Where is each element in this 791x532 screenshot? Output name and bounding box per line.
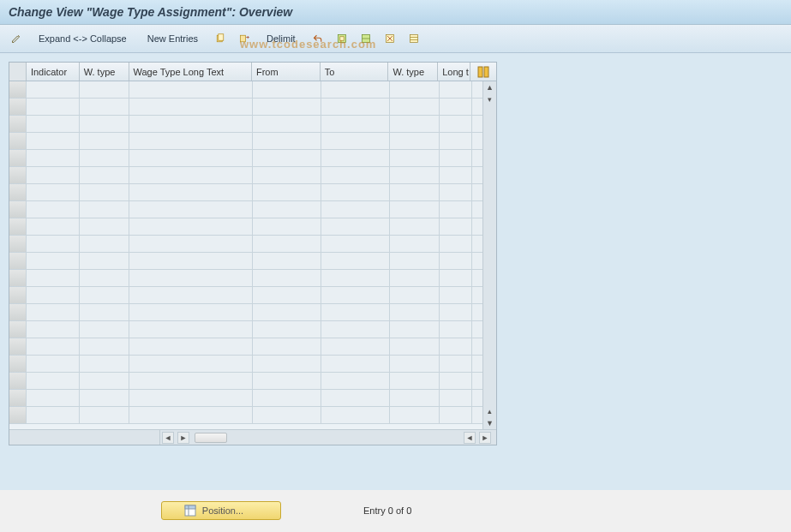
scroll-left-arrow-icon[interactable]: ◄ xyxy=(162,432,174,444)
row-selector[interactable] xyxy=(9,304,27,320)
select-all-handle[interactable] xyxy=(9,63,27,81)
footer: Position... Entry 0 of 0 xyxy=(0,501,791,520)
table-row xyxy=(9,99,496,116)
svg-rect-1 xyxy=(219,34,224,41)
table-row xyxy=(9,356,496,373)
page-title: Change View "Wage Type Assignment": Over… xyxy=(9,5,782,19)
toolbar: Expand <-> Collapse New Entries Delimit xyxy=(0,25,791,53)
delimit-button[interactable]: Delimit xyxy=(259,29,303,48)
row-selector[interactable] xyxy=(9,167,27,183)
row-selector[interactable] xyxy=(9,390,27,406)
row-selector[interactable] xyxy=(9,338,27,355)
position-button-label: Position... xyxy=(202,505,243,516)
table-row xyxy=(9,81,496,99)
position-icon xyxy=(183,504,197,517)
row-selector[interactable] xyxy=(9,236,27,252)
toggle-display-change-icon[interactable] xyxy=(7,29,26,48)
table-body xyxy=(9,81,496,445)
table-row xyxy=(9,407,496,424)
row-selector[interactable] xyxy=(9,356,27,372)
select-all-icon[interactable] xyxy=(333,29,351,48)
new-entries-button[interactable]: New Entries xyxy=(140,29,206,48)
table-row xyxy=(9,373,496,390)
svg-rect-13 xyxy=(478,67,482,77)
col-long2[interactable]: Long t xyxy=(438,63,470,81)
row-selector[interactable] xyxy=(9,150,27,166)
scroll-left-end-icon[interactable]: ◄ xyxy=(464,432,476,444)
table-row xyxy=(9,150,496,167)
col-wtype2[interactable]: W. type xyxy=(388,63,438,81)
col-indicator[interactable]: Indicator xyxy=(27,63,80,81)
copy-icon[interactable] xyxy=(211,29,230,48)
table-row xyxy=(9,218,496,236)
table-header-row: Indicator W. type Wage Type Long Text Fr… xyxy=(9,63,496,81)
entry-status: Entry 0 of 0 xyxy=(363,505,411,516)
row-selector[interactable] xyxy=(9,218,27,235)
table-row xyxy=(9,338,496,356)
table-row xyxy=(9,236,496,253)
row-selector[interactable] xyxy=(9,184,27,200)
row-selector[interactable] xyxy=(9,321,27,338)
row-selector[interactable] xyxy=(9,99,27,115)
row-selector[interactable] xyxy=(9,133,27,149)
table-row xyxy=(9,270,496,287)
scroll-right-arrow-icon[interactable]: ► xyxy=(177,432,189,444)
table-row xyxy=(9,304,496,321)
table-row xyxy=(9,184,496,201)
scroll-down-arrow-icon[interactable]: ▼ xyxy=(483,417,496,429)
svg-rect-10 xyxy=(410,35,417,43)
deselect-all-icon[interactable] xyxy=(381,29,399,48)
vertical-scrollbar[interactable]: ▲ ▾ ▴ ▼ xyxy=(482,81,496,429)
expand-collapse-button[interactable]: Expand <-> Collapse xyxy=(31,29,135,48)
svg-rect-14 xyxy=(484,67,488,77)
horizontal-scrollbar[interactable]: ◄ ► ◄ ► xyxy=(9,429,496,445)
undo-icon[interactable] xyxy=(309,29,327,48)
select-block-icon[interactable] xyxy=(357,29,375,48)
table-row xyxy=(9,253,496,270)
col-longtext[interactable]: Wage Type Long Text xyxy=(129,63,252,81)
row-selector[interactable] xyxy=(9,253,27,269)
title-bar: Change View "Wage Type Assignment": Over… xyxy=(0,0,791,25)
row-selector[interactable] xyxy=(9,270,27,286)
position-button[interactable]: Position... xyxy=(161,501,281,520)
svg-rect-4 xyxy=(339,37,344,41)
table-row xyxy=(9,287,496,304)
table-row xyxy=(9,390,496,407)
table-row xyxy=(9,167,496,184)
table-row xyxy=(9,116,496,133)
row-selector[interactable] xyxy=(9,201,27,218)
row-selector[interactable] xyxy=(9,81,27,98)
row-selector[interactable] xyxy=(9,373,27,389)
scroll-up-arrow-icon[interactable]: ▲ xyxy=(483,81,496,93)
table-config-icon[interactable] xyxy=(470,63,496,81)
data-table: Indicator W. type Wage Type Long Text Fr… xyxy=(9,62,497,445)
table-settings-icon[interactable] xyxy=(404,29,423,48)
copy-as-icon[interactable] xyxy=(235,29,254,48)
col-wtype[interactable]: W. type xyxy=(80,63,129,81)
col-from[interactable]: From xyxy=(252,63,321,81)
scroll-right-end-icon[interactable]: ► xyxy=(479,432,491,444)
row-selector[interactable] xyxy=(9,407,27,423)
svg-rect-2 xyxy=(241,35,246,42)
row-selector[interactable] xyxy=(9,287,27,303)
scrollbar-thumb[interactable] xyxy=(195,433,227,443)
table-row xyxy=(9,133,496,150)
svg-rect-16 xyxy=(185,505,195,509)
row-selector[interactable] xyxy=(9,116,27,132)
table-row xyxy=(9,321,496,338)
main-content-area: Indicator W. type Wage Type Long Text Fr… xyxy=(0,53,791,490)
scroll-down-step-icon[interactable]: ▴ xyxy=(483,405,496,417)
col-to[interactable]: To xyxy=(321,63,389,81)
table-row xyxy=(9,201,496,218)
scroll-up-step-icon[interactable]: ▾ xyxy=(483,93,496,105)
